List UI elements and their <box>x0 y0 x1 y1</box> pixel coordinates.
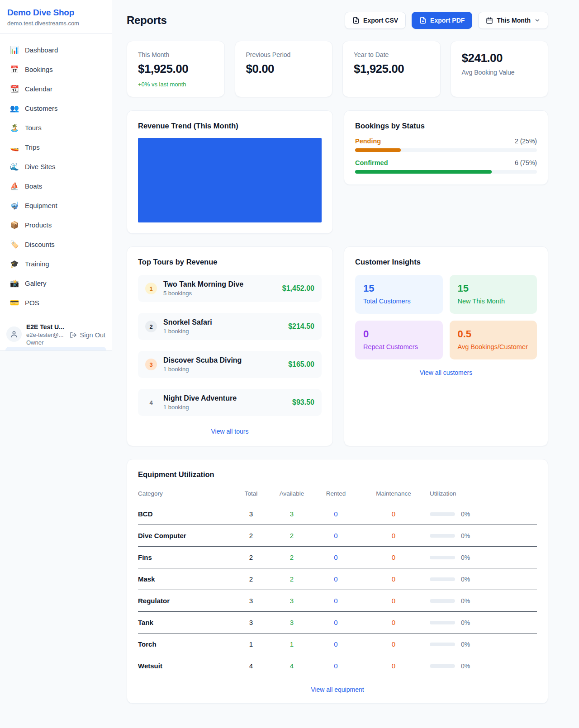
column-header-category: Category <box>138 486 233 503</box>
utilization-bar-track <box>430 664 455 668</box>
shop-header: Demo Dive Shop demo.test.divestreams.com <box>0 0 112 34</box>
tour-name: Discover Scuba Diving <box>163 356 282 364</box>
shop-name: Demo Dive Shop <box>7 8 104 18</box>
stat-label: Avg Booking Value <box>462 69 537 76</box>
sidebar-item-gallery[interactable]: 📸 Gallery <box>5 275 106 292</box>
utilization-percent: 0% <box>461 597 470 605</box>
sidebar-item-boats[interactable]: ⛵ Boats <box>5 178 106 194</box>
insight-value: 0.5 <box>458 328 529 340</box>
view-all-equipment-link[interactable]: View all equipment <box>138 686 537 693</box>
sign-out-button[interactable]: Sign Out <box>70 331 105 339</box>
tour-revenue: $165.00 <box>288 360 314 369</box>
sidebar-item-dashboard[interactable]: 📊 Dashboard <box>5 42 106 58</box>
shop-domain: demo.test.divestreams.com <box>7 20 104 27</box>
equipment-utilization-title: Equipment Utilization <box>138 470 537 479</box>
nav-item-icon: 📅 <box>10 66 19 74</box>
main-content: Reports Export CSV Export PDF This Month <box>112 0 579 722</box>
sidebar-item-bookings[interactable]: 📅 Bookings <box>5 61 106 78</box>
stat-card-this-month: This Month $1,925.00 +0% vs last month <box>127 41 225 97</box>
view-all-customers-link[interactable]: View all customers <box>355 369 537 376</box>
nav-item-label: POS <box>25 299 39 307</box>
cell-available: 3 <box>269 612 314 633</box>
stat-label: Previous Period <box>246 51 322 58</box>
utilization-percent: 0% <box>461 576 470 583</box>
top-tours-card: Top Tours by Revenue 1 Two Tank Morning … <box>127 246 333 446</box>
nav-item-icon: 🏝️ <box>10 124 19 132</box>
stat-label: Year to Date <box>354 51 429 58</box>
sidebar-item-pos[interactable]: 💳 POS <box>5 295 106 311</box>
person-icon <box>10 330 18 338</box>
cell-available: 2 <box>269 547 314 568</box>
table-row: BCD 3 3 0 0 0% <box>138 503 537 525</box>
export-csv-label: Export CSV <box>363 17 398 24</box>
utilization-bar-track <box>430 534 455 538</box>
cell-rented: 0 <box>314 612 357 633</box>
export-pdf-label: Export PDF <box>430 17 465 24</box>
tour-name: Snorkel Safari <box>163 318 282 326</box>
chevron-down-icon <box>534 17 541 24</box>
export-csv-button[interactable]: Export CSV <box>345 12 406 29</box>
stat-value: $241.00 <box>462 51 537 65</box>
cell-available: 2 <box>269 568 314 590</box>
rank-badge: 4 <box>145 397 157 408</box>
Discover Scuba Diving[interactable]: 3 Discover Scuba Diving 1 booking $165.0… <box>138 351 322 378</box>
cell-available: 3 <box>269 503 314 525</box>
row-revenue-status: Revenue Trend (This Month) Bookings by S… <box>127 110 548 234</box>
sidebar-item-calendar[interactable]: 📆 Calendar <box>5 81 106 97</box>
sidebar-item-dive-sites[interactable]: 🌊 Dive Sites <box>5 159 106 175</box>
Night Dive Adventure[interactable]: 4 Night Dive Adventure 1 booking $93.50 <box>138 389 322 416</box>
status-count: 2 (25%) <box>515 137 537 145</box>
cell-rented: 0 <box>314 568 357 590</box>
customer-insights-title: Customer Insights <box>355 258 537 266</box>
export-pdf-button[interactable]: Export PDF <box>412 12 472 29</box>
utilization-bar-track <box>430 599 455 603</box>
nav-item-label: Boats <box>25 182 42 190</box>
cell-utilization: 0% <box>430 525 537 547</box>
sidebar-item-customers[interactable]: 👥 Customers <box>5 100 106 117</box>
nav-item-icon: 📆 <box>10 85 19 93</box>
status-label: Pending <box>355 137 381 145</box>
sidebar-item-trips[interactable]: 🚤 Trips <box>5 139 106 156</box>
insights-grid: 15 Total Customers 15 New This Month 0 R… <box>355 275 537 359</box>
cell-category: Regulator <box>138 590 233 612</box>
utilization-percent: 0% <box>461 554 470 561</box>
cell-maintenance: 0 <box>357 503 430 525</box>
sidebar-item-equipment[interactable]: 🤿 Equipment <box>5 198 106 214</box>
sidebar-item-reports-partial[interactable] <box>5 347 106 350</box>
Two Tank Morning Dive[interactable]: 1 Two Tank Morning Dive 5 bookings $1,45… <box>138 275 322 302</box>
sidebar-item-tours[interactable]: 🏝️ Tours <box>5 120 106 136</box>
table-row: Mask 2 2 0 0 0% <box>138 568 537 590</box>
cell-maintenance: 0 <box>357 655 430 677</box>
tour-bookings: 1 booking <box>163 404 286 411</box>
sidebar-item-products[interactable]: 📦 Products <box>5 217 106 233</box>
status-progress-track <box>355 148 537 152</box>
tour-revenue: $1,452.00 <box>282 284 314 293</box>
view-all-tours-link[interactable]: View all tours <box>138 428 322 435</box>
cell-total: 2 <box>233 547 269 568</box>
cell-total: 3 <box>233 590 269 612</box>
insight-label: Total Customers <box>363 298 435 305</box>
tour-name: Night Dive Adventure <box>163 394 286 402</box>
cell-utilization: 0% <box>430 612 537 633</box>
bookings-by-status-title: Bookings by Status <box>355 122 537 130</box>
insight-value: 15 <box>458 283 529 294</box>
stat-value: $1,925.00 <box>354 62 429 76</box>
user-info: E2E Test U... e2e-tester@... Owner <box>26 323 64 346</box>
cell-rented: 0 <box>314 503 357 525</box>
cell-maintenance: 0 <box>357 547 430 568</box>
insight-label: New This Month <box>458 298 529 305</box>
Snorkel Safari[interactable]: 2 Snorkel Safari 1 booking $214.50 <box>138 313 322 340</box>
cell-category: Dive Computer <box>138 525 233 547</box>
sidebar-nav: 📊 Dashboard 📅 Bookings 📆 Calendar 👥 Cust… <box>0 34 112 319</box>
rank-badge: 2 <box>145 321 157 332</box>
sidebar-item-training[interactable]: 🎓 Training <box>5 256 106 272</box>
period-select[interactable]: This Month <box>478 12 548 29</box>
tour-revenue: $214.50 <box>288 322 314 331</box>
cell-rented: 0 <box>314 525 357 547</box>
sidebar-user-footer: E2E Test U... e2e-tester@... Owner Sign … <box>0 319 112 350</box>
file-download-icon <box>352 17 360 24</box>
utilization-bar-track <box>430 512 455 516</box>
nav-item-icon: 📦 <box>10 221 19 229</box>
sidebar-item-discounts[interactable]: 🏷️ Discounts <box>5 236 106 253</box>
cell-category: Wetsuit <box>138 655 233 677</box>
